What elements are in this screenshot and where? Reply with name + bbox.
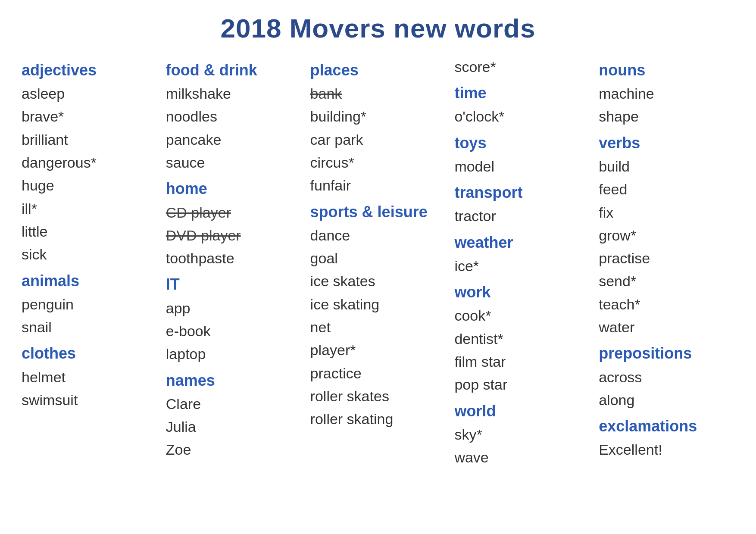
column-3: placesbankbuilding*car parkcircus*funfai… xyxy=(310,56,446,430)
word-5-16: exclamations xyxy=(599,415,734,437)
word-2-3: noodles xyxy=(166,106,302,127)
word-2-7: CD player xyxy=(166,202,302,223)
word-3-12: net xyxy=(310,317,446,338)
column-4: score*timeo'clock*toysmodeltransporttrac… xyxy=(454,56,590,468)
word-5-2: machine xyxy=(599,83,734,104)
word-5-11: teach* xyxy=(599,294,734,315)
word-3-16: roller skating xyxy=(310,409,446,430)
word-2-1: food & drink xyxy=(166,59,302,81)
word-3-4: car park xyxy=(310,129,446,150)
word-3-11: ice skating xyxy=(310,294,446,315)
word-1-2: asleep xyxy=(22,83,157,104)
word-4-1: score* xyxy=(454,56,590,78)
word-5-5: build xyxy=(599,156,734,177)
word-5-6: feed xyxy=(599,179,734,200)
word-1-10: animals xyxy=(22,270,157,292)
word-3-15: roller skates xyxy=(310,386,446,407)
word-3-14: practice xyxy=(310,363,446,384)
word-1-12: snail xyxy=(22,317,157,338)
word-4-17: wave xyxy=(454,447,590,468)
word-2-4: pancake xyxy=(166,129,302,150)
word-5-14: across xyxy=(599,367,734,388)
word-5-1: nouns xyxy=(599,59,734,81)
column-2: food & drinkmilkshakenoodlespancakesauce… xyxy=(166,56,302,461)
word-1-3: brave* xyxy=(22,106,157,127)
word-4-9: ice* xyxy=(454,256,590,277)
word-1-9: sick xyxy=(22,244,157,265)
word-2-6: home xyxy=(166,178,302,200)
word-2-10: IT xyxy=(166,273,302,296)
word-2-12: e-book xyxy=(166,321,302,342)
word-3-8: dance xyxy=(310,225,446,246)
word-3-2: bank xyxy=(310,83,446,104)
word-1-13: clothes xyxy=(22,342,157,365)
word-5-17: Excellent! xyxy=(599,439,734,460)
word-5-12: water xyxy=(599,317,734,338)
word-5-15: along xyxy=(599,390,734,411)
word-4-13: film star xyxy=(454,351,590,372)
word-2-8: DVD player xyxy=(166,225,302,246)
word-2-15: Clare xyxy=(166,393,302,415)
word-2-5: sauce xyxy=(166,152,302,173)
word-4-3: o'clock* xyxy=(454,106,590,127)
word-5-13: prepositions xyxy=(599,342,734,365)
page-title: 2018 Movers new words xyxy=(22,13,734,44)
word-4-12: dentist* xyxy=(454,328,590,350)
word-4-14: pop star xyxy=(454,374,590,395)
word-2-17: Zoe xyxy=(166,439,302,460)
word-1-7: ill* xyxy=(22,198,157,219)
word-1-15: swimsuit xyxy=(22,390,157,411)
word-2-11: app xyxy=(166,298,302,319)
word-4-7: tractor xyxy=(454,206,590,227)
word-1-11: penguin xyxy=(22,294,157,315)
word-1-1: adjectives xyxy=(22,59,157,81)
word-4-10: work xyxy=(454,281,590,303)
word-1-4: brilliant xyxy=(22,129,157,150)
word-4-11: cook* xyxy=(454,305,590,326)
word-1-5: dangerous* xyxy=(22,152,157,173)
word-5-3: shape xyxy=(599,106,734,127)
word-4-8: weather xyxy=(454,231,590,254)
word-3-7: sports & leisure xyxy=(310,201,446,223)
word-3-3: building* xyxy=(310,106,446,127)
word-2-14: names xyxy=(166,369,302,392)
word-3-1: places xyxy=(310,59,446,81)
word-2-13: laptop xyxy=(166,344,302,365)
word-1-14: helmet xyxy=(22,367,157,388)
column-1: adjectivesasleepbrave*brilliantdangerous… xyxy=(22,56,157,411)
word-2-2: milkshake xyxy=(166,83,302,104)
word-grid: adjectivesasleepbrave*brilliantdangerous… xyxy=(22,56,734,468)
word-3-13: player* xyxy=(310,340,446,361)
word-4-2: time xyxy=(454,82,590,104)
word-4-15: world xyxy=(454,400,590,422)
word-5-8: grow* xyxy=(599,225,734,246)
word-4-6: transport xyxy=(454,181,590,204)
word-2-9: toothpaste xyxy=(166,248,302,269)
word-1-8: little xyxy=(22,221,157,242)
word-1-6: huge xyxy=(22,175,157,196)
column-5: nounsmachineshapeverbsbuildfeedfixgrow*p… xyxy=(599,56,734,461)
word-3-6: funfair xyxy=(310,175,446,196)
word-4-4: toys xyxy=(454,132,590,154)
word-3-9: goal xyxy=(310,248,446,269)
word-4-16: sky* xyxy=(454,424,590,445)
word-3-5: circus* xyxy=(310,152,446,173)
word-4-5: model xyxy=(454,156,590,177)
word-2-16: Julia xyxy=(166,416,302,437)
word-5-10: send* xyxy=(599,271,734,292)
word-3-10: ice skates xyxy=(310,271,446,292)
word-5-7: fix xyxy=(599,202,734,223)
word-5-4: verbs xyxy=(599,132,734,154)
word-5-9: practise xyxy=(599,248,734,269)
